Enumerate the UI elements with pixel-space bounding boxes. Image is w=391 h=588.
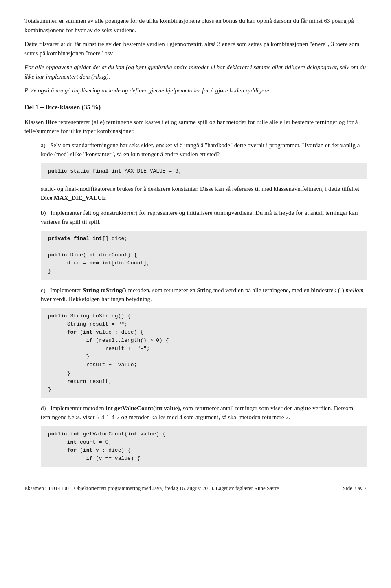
section1-b: b) Implementer felt og konstruktør(er) f… [41,208,367,280]
footer-left: Eksamen i TDT4100 – Objektorientert prog… [24,485,279,492]
section1-heading: Del 1 – Dice-klassen (35 %) [24,103,367,112]
section1-d-code1: public int getValueCount(int value) { in… [41,426,367,467]
section1-a-code1: public static final int MAX_DIE_VALUE = … [41,163,367,179]
intro-para2: Dette tilsvarer at du får minst tre av d… [24,39,367,58]
section1-b-text: b) Implementer felt og konstruktør(er) f… [41,208,367,227]
section1-d-text: d) Implementer metoden int getValueCount… [41,404,367,422]
section1-c-text: c) Implementer String toString()-metoden… [41,286,367,304]
section1-c: c) Implementer String toString()-metoden… [41,286,367,398]
section1-a-text: a) Selv om standardterningene har seks s… [41,141,367,159]
intro-para4: Prøv også å unngå duplisering av kode og… [24,86,367,95]
section1-a-text2: static- og final-modifikatorene brukes f… [41,184,367,203]
section1-b-code1: private final int[] dice; public Dice(in… [41,231,367,280]
page-footer: Eksamen i TDT4100 – Objektorientert prog… [24,482,367,492]
section1-c-code1: public String toString() { String result… [41,308,367,398]
section1-a: a) Selv om standardterningene har seks s… [41,141,367,203]
section1: Del 1 – Dice-klassen (35 %) Klassen Dice… [24,103,367,467]
section1-d: d) Implementer metoden int getValueCount… [41,404,367,467]
page-content: Totalsummen er summen av alle poengene f… [24,16,367,467]
section1-intro: Klassen Dice representerer (alle) ternin… [24,118,367,136]
footer-right: Side 3 av 7 [343,485,367,492]
intro-para1: Totalsummen er summen av alle poengene f… [24,16,367,35]
intro-para3: For alle oppgavene gjelder det at du kan… [24,63,367,81]
